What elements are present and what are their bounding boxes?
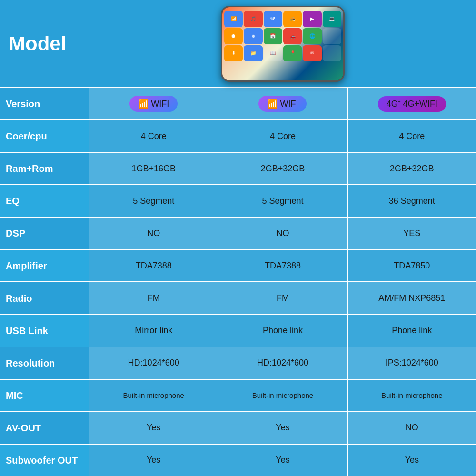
app-icon-misc: [323, 45, 341, 61]
cell-sub-1: Yes: [89, 445, 218, 476]
label-version: Version: [0, 88, 89, 119]
cell-cpu-1: 4 Core: [89, 120, 218, 152]
header-row: Model 📶 🎵 🗺 📻 ▶ 💻 ⬢ 🖱 📅 🚗 🌐: [0, 0, 476, 88]
table-row-dsp: DSP NO NO YES: [0, 218, 476, 250]
cell-amp-3: TDA7850: [348, 250, 476, 281]
cell-res-1: HD:1024*600: [89, 347, 218, 379]
cell-amp-1: TDA7388: [89, 250, 218, 281]
cells-version: 📶 WIFI 📶 WIFI 4G+ 4G+WIFI: [89, 88, 476, 119]
cells-avout: Yes Yes NO: [89, 412, 476, 444]
cell-radio-2: FM: [218, 282, 347, 314]
app-icon-maps: 📍: [283, 45, 302, 61]
label-mic: MIC: [0, 380, 89, 411]
table-row-ram: Ram+Rom 1GB+16GB 2GB+32GB 2GB+32GB: [0, 153, 476, 185]
app-icon-radio: 📻: [283, 11, 302, 27]
app-icon-music: 🎵: [244, 11, 262, 27]
cell-eq-2: 5 Segment: [218, 185, 347, 217]
label-cpu: Coer/cpu: [0, 120, 89, 152]
table-row-eq: EQ 5 Segment 5 Segment 36 Segment: [0, 185, 476, 218]
device-image-area: 📶 🎵 🗺 📻 ▶ 💻 ⬢ 🖱 📅 🚗 🌐 ⬇ 📁 📖 📍: [89, 0, 476, 87]
app-icon-calc: 🖱: [244, 28, 262, 44]
table-row-version: Version 📶 WIFI 📶 WIFI 4G: [0, 88, 476, 120]
cell-mic-3: Built-in microphone: [348, 380, 476, 411]
cell-sub-3: Yes: [348, 445, 476, 476]
label-eq: EQ: [0, 185, 89, 217]
cells-eq: 5 Segment 5 Segment 36 Segment: [89, 185, 476, 217]
app-icon-car: 🚗: [283, 28, 302, 44]
cell-usb-3: Phone link: [348, 315, 476, 347]
table-row-amplifier: Amplifier TDA7388 TDA7388 TDA7850: [0, 250, 476, 282]
wifi-icon-2: 📶: [267, 99, 278, 109]
cell-version-3: 4G+ 4G+WIFI: [348, 88, 476, 119]
app-icon-aux: 💻: [323, 11, 341, 27]
cell-eq-1: 5 Segment: [89, 185, 218, 217]
cells-radio: FM FM AM/FM NXP6851: [89, 282, 476, 314]
device-inner: 📶 🎵 🗺 📻 ▶ 💻 ⬢ 🖱 📅 🚗 🌐 ⬇ 📁 📖 📍: [222, 7, 343, 80]
label-subwoofer: Subwoofer OUT: [0, 445, 89, 476]
app-icon-manual: 📖: [264, 45, 282, 61]
cell-dsp-1: NO: [89, 218, 218, 249]
model-label-cell: Model: [0, 0, 89, 87]
cell-version-1: 📶 WIFI: [89, 88, 218, 119]
app-icon-cal: 📅: [264, 28, 282, 44]
cell-avout-3: NO: [348, 412, 476, 444]
app-icon-blank: [323, 28, 341, 44]
wifi-icon-1: 📶: [138, 99, 149, 109]
app-icon-apps: ⬢: [224, 28, 243, 44]
cells-amplifier: TDA7388 TDA7388 TDA7850: [89, 250, 476, 281]
device-screen: 📶 🎵 🗺 📻 ▶ 💻 ⬢ 🖱 📅 🚗 🌐 ⬇ 📁 📖 📍: [221, 6, 345, 82]
cell-mic-1: Built-in microphone: [89, 380, 218, 411]
cells-usb: Mirror link Phone link Phone link: [89, 315, 476, 347]
cell-res-2: HD:1024*600: [218, 347, 347, 379]
label-dsp: DSP: [0, 218, 89, 249]
label-ram: Ram+Rom: [0, 153, 89, 184]
badge-4g-wifi: 4G+ 4G+WIFI: [378, 96, 446, 112]
cell-avout-2: Yes: [218, 412, 347, 444]
label-usb: USB Link: [0, 315, 89, 347]
cell-amp-2: TDA7388: [218, 250, 347, 281]
app-icon-dl: ⬇: [224, 45, 243, 61]
cell-avout-1: Yes: [89, 412, 218, 444]
cell-usb-2: Phone link: [218, 315, 347, 347]
cells-resolution: HD:1024*600 HD:1024*600 IPS:1024*600: [89, 347, 476, 379]
cell-usb-1: Mirror link: [89, 315, 218, 347]
cell-version-2: 📶 WIFI: [218, 88, 347, 119]
cells-dsp: NO NO YES: [89, 218, 476, 249]
table-row-resolution: Resolution HD:1024*600 HD:1024*600 IPS:1…: [0, 347, 476, 380]
cell-cpu-3: 4 Core: [348, 120, 476, 152]
app-icon-fm: 📁: [244, 45, 262, 61]
cell-ram-2: 2GB+32GB: [218, 153, 347, 184]
table-row-cpu: Coer/cpu 4 Core 4 Core 4 Core: [0, 120, 476, 153]
cell-ram-1: 1GB+16GB: [89, 153, 218, 184]
cell-dsp-2: NO: [218, 218, 347, 249]
table-row-mic: MIC Built-in microphone Built-in microph…: [0, 380, 476, 412]
cells-ram: 1GB+16GB 2GB+32GB 2GB+32GB: [89, 153, 476, 184]
table-row-avout: AV-OUT Yes Yes NO: [0, 412, 476, 445]
fourg-icon: 4G+: [387, 99, 401, 109]
cells-cpu: 4 Core 4 Core 4 Core: [89, 120, 476, 152]
cell-radio-1: FM: [89, 282, 218, 314]
app-icon-bt: 📶: [224, 11, 243, 27]
badge-wifi-2: 📶 WIFI: [258, 96, 307, 112]
table-row-usb: USB Link Mirror link Phone link Phone li…: [0, 315, 476, 347]
app-icon-phone: ✉: [303, 45, 321, 61]
table-row-subwoofer: Subwoofer OUT Yes Yes Yes: [0, 445, 476, 476]
cell-mic-2: Built-in microphone: [218, 380, 347, 411]
app-icon-nav: 🗺: [264, 11, 282, 27]
label-resolution: Resolution: [0, 347, 89, 379]
cells-mic: Built-in microphone Built-in microphone …: [89, 380, 476, 411]
cell-radio-3: AM/FM NXP6851: [348, 282, 476, 314]
cell-cpu-2: 4 Core: [218, 120, 347, 152]
cell-sub-2: Yes: [218, 445, 347, 476]
cell-res-3: IPS:1024*600: [348, 347, 476, 379]
cell-eq-3: 36 Segment: [348, 185, 476, 217]
label-amplifier: Amplifier: [0, 250, 89, 281]
app-icon-chrome: 🌐: [303, 28, 321, 44]
table-row-radio: Radio FM FM AM/FM NXP6851: [0, 282, 476, 315]
model-title: Model: [9, 32, 66, 55]
cells-subwoofer: Yes Yes Yes: [89, 445, 476, 476]
cell-ram-3: 2GB+32GB: [348, 153, 476, 184]
label-radio: Radio: [0, 282, 89, 314]
label-avout: AV-OUT: [0, 412, 89, 444]
cell-dsp-3: YES: [348, 218, 476, 249]
